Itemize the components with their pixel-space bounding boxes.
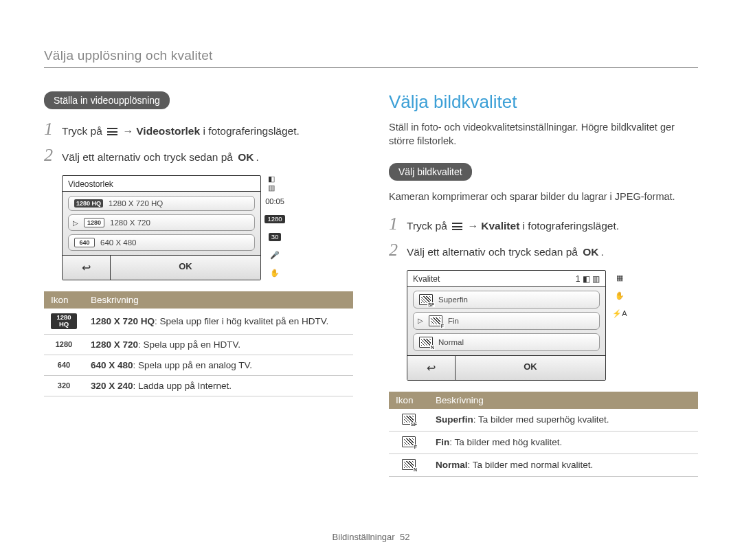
table-quality: Ikon Beskrivning SF Superfin: Ta bilder … <box>389 392 698 477</box>
col-left: Ställa in videoupplösning 1 Tryck på → V… <box>44 91 353 477</box>
step-number: 1 <box>389 214 407 234</box>
text: Välj ett alternativ och tryck sedan på <box>407 246 581 258</box>
cell-text: : Spela upp på en analog TV. <box>133 360 252 370</box>
pill-image-quality: Välj bildkvalitet <box>389 163 472 181</box>
arrow-icon: → <box>467 220 478 232</box>
lcd-ok-button[interactable]: OK <box>111 256 260 280</box>
cell-bold: Normal <box>436 460 468 470</box>
ois-icon: ✋ <box>613 291 627 302</box>
lcd-row[interactable]: ▷ 1280 1280 X 720 <box>68 214 255 231</box>
table-row: 640 640 X 480: Spela upp på en analog TV… <box>44 355 353 375</box>
lcd-row[interactable]: SF Superfin <box>413 291 600 309</box>
lcd-back-button[interactable]: ↩ <box>63 256 111 280</box>
lcd-title: Videostorlek <box>63 176 260 192</box>
lcd-row-label: Superfin <box>438 295 468 304</box>
text: Välj ett alternativ och tryck sedan på <box>62 151 236 163</box>
cell-text: : Spela upp på en HDTV. <box>138 339 240 350</box>
text-bold: Kvalitet <box>481 220 519 232</box>
footer-section: Bildinställningar <box>333 532 395 542</box>
lcd-side-icons: ▦ ✋ ⚡A <box>613 270 627 320</box>
menu-icon <box>452 223 462 230</box>
res-badge-icon: 1280 HQ <box>74 199 103 208</box>
cell-text: : Ta bilder med hög kvalitet. <box>449 437 562 447</box>
text: Tryck på <box>407 220 450 232</box>
text: i fotograferingsläget. <box>203 125 299 137</box>
table-row: 1280 HQ 1280 X 720 HQ: Spela upp filer i… <box>44 309 353 334</box>
note-text: Kameran komprimerar och sparar bilder du… <box>389 190 698 204</box>
res-badge-icon: 1280 <box>56 340 72 348</box>
lcd-row[interactable]: 1280 HQ 1280 X 720 HQ <box>68 196 255 211</box>
cell-bold: 1280 X 720 <box>91 339 138 350</box>
lcd-row[interactable]: 640 640 X 480 <box>68 234 255 251</box>
arrow-icon: → <box>122 125 133 137</box>
cell-bold: 640 X 480 <box>91 360 133 370</box>
pill-video-resolution: Ställa in videoupplösning <box>44 91 170 109</box>
table-row: N Normal: Ta bilder med normal kvalitet. <box>389 453 698 476</box>
lcd-counter: 1 ◧ ▥ <box>576 274 600 284</box>
ois-icon: ✋ <box>268 267 282 278</box>
section-title: Välja bildkvalitet <box>389 91 698 113</box>
lcd-row[interactable]: N Normal <box>413 333 600 351</box>
table-row: F Fin: Ta bilder med hög kvalitet. <box>389 431 698 453</box>
ok-icon: OK <box>236 150 256 165</box>
step-number: 2 <box>389 240 407 260</box>
table-video: Ikon Beskrivning 1280 HQ 1280 X 720 HQ: … <box>44 291 353 396</box>
quality-icon: SF <box>402 414 416 425</box>
cell-bold: 1280 X 720 HQ <box>91 316 155 326</box>
mic-icon: 🎤 <box>268 249 282 260</box>
res-badge-icon: 320 <box>58 381 70 390</box>
table-row: 1280 1280 X 720: Spela upp på en HDTV. <box>44 334 353 355</box>
cell-bold: Fin <box>436 437 449 447</box>
page-title: Välja upplösning och kvalitet <box>44 48 698 68</box>
lcd-side-icons: ◧ ▥ 00:05 1280 30 🎤 ✋ <box>268 175 282 278</box>
flash-icon: ⚡A <box>613 309 627 320</box>
lcd-title: Kvalitet <box>413 274 440 284</box>
lcd-row-label: Fin <box>448 317 459 325</box>
menu-icon <box>107 128 117 135</box>
col-right: Välja bildkvalitet Ställ in foto- och vi… <box>389 91 698 477</box>
left-step-2: 2 Välj ett alternativ och tryck sedan på… <box>44 145 353 166</box>
lcd-video: Videostorlek 1280 HQ 1280 X 720 HQ ▷ 128… <box>62 175 261 280</box>
selected-marker-icon: ▷ <box>73 219 78 227</box>
right-step-1: 1 Tryck på → Kvalitet i fotograferingslä… <box>389 214 698 234</box>
res-badge-icon: 1280 HQ <box>51 313 77 329</box>
grid-icon: ▦ <box>613 273 627 284</box>
res-badge-icon: 640 <box>74 238 95 247</box>
res-badge-icon: 640 <box>58 361 70 369</box>
selected-marker-icon: ▷ <box>418 317 423 324</box>
th-icon: Ikon <box>389 392 429 409</box>
lcd-quality: Kvalitet 1 ◧ ▥ SF Superfin ▷ F Fin N <box>407 270 606 381</box>
cell-bold: Superfin <box>436 414 473 425</box>
lcd-row-label: 1280 X 720 <box>110 219 150 227</box>
quality-icon: F <box>402 436 416 447</box>
th-icon: Ikon <box>44 291 84 309</box>
cell-text: : Ladda upp på Internet. <box>133 381 232 391</box>
quality-icon: SF <box>419 294 433 305</box>
lcd-row[interactable]: ▷ F Fin <box>413 312 600 330</box>
ok-icon: OK <box>581 245 600 260</box>
text-bold: Videostorlek <box>136 125 200 137</box>
res-indicator-icon: 1280 <box>268 214 282 225</box>
cell-text: : Spela upp filer i hög kvalitet på en H… <box>155 316 328 326</box>
cell-text: : Ta bilder med superhög kvalitet. <box>473 414 609 425</box>
lcd-row-label: 640 X 480 <box>100 238 136 247</box>
quality-icon: N <box>419 337 433 348</box>
lcd-row-label: 1280 X 720 HQ <box>109 199 163 208</box>
footer-page: 52 <box>400 532 409 542</box>
lcd-back-button[interactable]: ↩ <box>407 356 456 380</box>
table-row: SF Superfin: Ta bilder med superhög kval… <box>389 409 698 432</box>
text: Tryck på <box>62 125 105 137</box>
th-desc: Beskrivning <box>84 291 353 309</box>
text: i fotograferingsläget. <box>523 220 619 232</box>
table-row: 320 320 X 240: Ladda upp på Internet. <box>44 375 353 396</box>
fps-icon: 30 <box>268 232 282 243</box>
res-badge-icon: 1280 <box>84 218 104 227</box>
quality-icon: F <box>429 315 442 326</box>
section-intro: Ställ in foto- och videokvalitetsinställ… <box>389 121 698 148</box>
cell-bold: 320 X 240 <box>91 381 133 391</box>
step-number: 1 <box>44 119 62 139</box>
left-step-1: 1 Tryck på → Videostorlek i fotograferin… <box>44 119 353 139</box>
th-desc: Beskrivning <box>429 392 698 409</box>
mode-icon: ◧ ▥ <box>268 178 282 189</box>
lcd-ok-button[interactable]: OK <box>456 356 605 380</box>
